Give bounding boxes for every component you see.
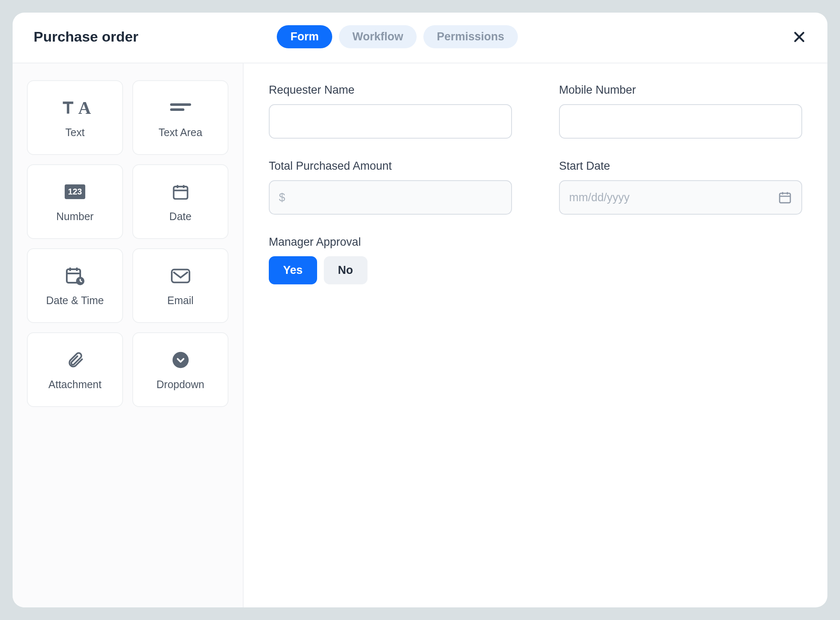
field-palette: A Text Text Area 123 Number — [13, 63, 244, 607]
field-textarea[interactable]: Text Area — [132, 80, 228, 155]
button-yes[interactable]: Yes — [269, 256, 317, 284]
close-icon — [792, 30, 806, 44]
label-manager-approval: Manager Approval — [269, 236, 512, 249]
field-email[interactable]: Email — [132, 248, 228, 323]
input-start-date[interactable]: mm/dd/yyyy — [559, 180, 802, 215]
content-area: A Text Text Area 123 Number — [13, 63, 827, 607]
field-datetime[interactable]: Date & Time — [27, 248, 123, 323]
field-start-date: Start Date mm/dd/yyyy — [559, 160, 802, 215]
field-text[interactable]: A Text — [27, 80, 123, 155]
button-no[interactable]: No — [324, 256, 368, 284]
page-title: Purchase order — [34, 29, 138, 45]
textarea-icon — [170, 97, 191, 119]
field-mobile-number: Mobile Number — [559, 84, 802, 139]
form-builder-window: Purchase order Form Workflow Permissions… — [13, 13, 827, 607]
close-button[interactable] — [792, 30, 806, 44]
input-total-amount[interactable]: $ — [269, 180, 512, 215]
svg-point-16 — [172, 352, 189, 368]
field-total-amount: Total Purchased Amount $ — [269, 160, 512, 215]
field-manager-approval: Manager Approval Yes No — [269, 236, 512, 284]
form-canvas: Requester Name Mobile Number Total Purch… — [244, 63, 827, 607]
text-icon: A — [59, 97, 91, 119]
label-requester-name: Requester Name — [269, 84, 512, 97]
label-mobile-number: Mobile Number — [559, 84, 802, 97]
svg-rect-3 — [170, 108, 184, 111]
date-placeholder: mm/dd/yyyy — [569, 191, 630, 204]
email-icon — [171, 265, 190, 287]
dropdown-icon — [172, 349, 189, 371]
input-mobile-number[interactable] — [559, 104, 802, 139]
tab-workflow[interactable]: Workflow — [339, 25, 417, 48]
tab-group: Form Workflow Permissions — [277, 25, 517, 48]
field-attachment[interactable]: Attachment — [27, 332, 123, 407]
svg-line-14 — [80, 281, 82, 282]
field-number[interactable]: 123 Number — [27, 164, 123, 239]
titlebar: Purchase order Form Workflow Permissions — [13, 13, 827, 63]
svg-rect-15 — [171, 269, 189, 282]
yes-no-group: Yes No — [269, 256, 512, 284]
date-icon — [171, 181, 190, 203]
field-dropdown[interactable]: Dropdown — [132, 332, 228, 407]
tab-permissions[interactable]: Permissions — [423, 25, 518, 48]
calendar-icon — [778, 190, 792, 205]
field-date[interactable]: Date — [132, 164, 228, 239]
tab-form[interactable]: Form — [277, 25, 332, 48]
datetime-icon — [65, 265, 85, 287]
label-total-amount: Total Purchased Amount — [269, 160, 512, 173]
number-icon: 123 — [65, 181, 85, 203]
field-requester-name: Requester Name — [269, 84, 512, 139]
currency-placeholder: $ — [279, 191, 285, 204]
svg-rect-4 — [173, 187, 187, 199]
svg-rect-2 — [170, 103, 191, 106]
input-requester-name[interactable] — [269, 104, 512, 139]
attachment-icon — [66, 349, 84, 371]
label-start-date: Start Date — [559, 160, 802, 173]
svg-rect-17 — [780, 193, 790, 203]
